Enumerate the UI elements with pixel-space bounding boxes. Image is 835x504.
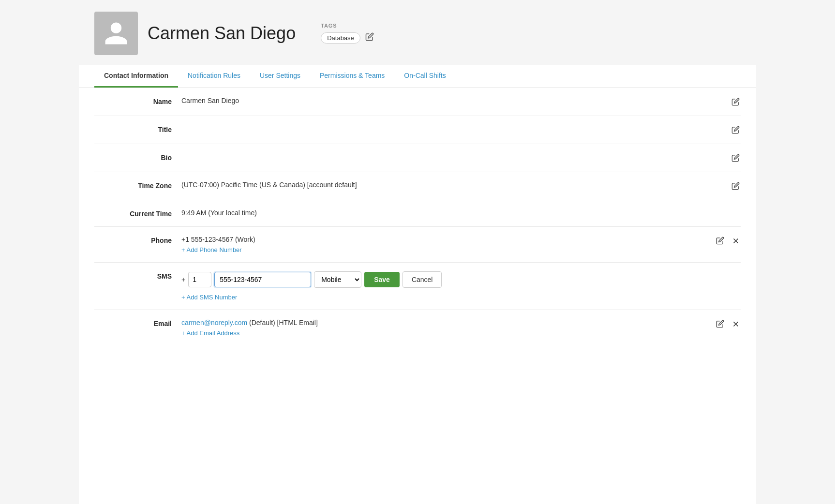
sms-plus-sign: + — [181, 276, 185, 283]
delete-email-icon — [732, 320, 740, 328]
delete-phone-icon — [732, 237, 740, 245]
profile-header: Carmen San Diego TAGS Database — [79, 0, 756, 65]
label-name: Name — [94, 97, 172, 105]
add-sms-link[interactable]: + Add SMS Number — [181, 294, 237, 301]
actions-title — [723, 125, 741, 135]
edit-name-button[interactable] — [731, 97, 741, 107]
field-row-timezone: Time Zone (UTC-07:00) Pacific Time (US &… — [94, 172, 741, 200]
field-row-current-time: Current Time 9:49 AM (Your local time) — [94, 200, 741, 227]
sms-content: + Mobile Home Work Save Cancel + Add SMS… — [172, 271, 741, 301]
tab-permissions-teams[interactable]: Permissions & Teams — [310, 65, 394, 88]
add-email-link[interactable]: + Add Email Address — [181, 329, 239, 337]
sms-form: + Mobile Home Work Save Cancel — [181, 271, 741, 288]
actions-bio — [723, 153, 741, 163]
label-bio: Bio — [94, 153, 172, 162]
label-timezone: Time Zone — [94, 181, 172, 190]
edit-email-button[interactable] — [715, 319, 725, 329]
edit-bio-button[interactable] — [731, 153, 741, 163]
actions-name — [723, 97, 741, 107]
label-email: Email — [94, 319, 172, 327]
actions-email — [707, 319, 741, 329]
label-phone: Phone — [94, 236, 172, 244]
field-row-bio: Bio — [94, 144, 741, 172]
tag-badge-database: Database — [321, 32, 360, 44]
field-row-phone: Phone +1 555-123-4567 (Work) + Add Phone… — [94, 227, 741, 263]
tags-section: TAGS Database — [321, 23, 375, 44]
add-phone-link[interactable]: + Add Phone Number — [181, 246, 242, 253]
label-sms: SMS — [94, 271, 172, 280]
value-name: Carmen San Diego — [172, 97, 723, 104]
field-row-title: Title — [94, 116, 741, 144]
content-area: Name Carmen San Diego Title — [79, 88, 756, 345]
email-address-link[interactable]: carmen@noreply.com — [181, 319, 247, 326]
edit-title-button[interactable] — [731, 125, 741, 135]
actions-timezone — [723, 181, 741, 191]
edit-email-icon — [716, 320, 724, 328]
edit-phone-button[interactable] — [715, 236, 725, 246]
sms-cancel-button[interactable]: Cancel — [403, 271, 442, 288]
delete-phone-button[interactable] — [731, 236, 741, 246]
sms-number-input[interactable] — [214, 272, 311, 287]
value-current-time: 9:49 AM (Your local time) — [172, 209, 741, 217]
edit-tags-icon — [365, 32, 374, 41]
email-description: (Default) [HTML Email] — [249, 319, 318, 326]
tags-row: Database — [321, 31, 375, 44]
label-title: Title — [94, 125, 172, 133]
sms-country-code-input[interactable] — [188, 272, 211, 287]
phone-content: +1 555-123-4567 (Work) + Add Phone Numbe… — [172, 236, 707, 253]
edit-phone-icon — [716, 237, 724, 245]
edit-timezone-icon — [731, 182, 740, 190]
actions-phone — [707, 236, 741, 246]
field-row-email: Email carmen@noreply.com (Default) [HTML… — [94, 310, 741, 345]
phone-number-value: +1 555-123-4567 (Work) — [181, 236, 707, 243]
tabs-bar: Contact Information Notification Rules U… — [79, 65, 756, 88]
profile-name: Carmen San Diego — [148, 23, 296, 44]
email-value-row: carmen@noreply.com (Default) [HTML Email… — [181, 319, 707, 326]
field-row-sms: SMS + Mobile Home Work Save Cancel + Add… — [94, 263, 741, 310]
value-timezone: (UTC-07:00) Pacific Time (US & Canada) [… — [172, 181, 723, 189]
tab-contact-information[interactable]: Contact Information — [94, 65, 178, 88]
tab-user-settings[interactable]: User Settings — [250, 65, 310, 88]
sms-type-select[interactable]: Mobile Home Work — [314, 271, 361, 288]
email-content: carmen@noreply.com (Default) [HTML Email… — [172, 319, 707, 337]
delete-email-button[interactable] — [731, 319, 741, 329]
edit-name-icon — [731, 98, 740, 106]
user-avatar-icon — [103, 20, 130, 47]
tab-on-call-shifts[interactable]: On-Call Shifts — [394, 65, 455, 88]
edit-tags-button[interactable] — [364, 31, 375, 44]
label-current-time: Current Time — [94, 209, 172, 218]
tags-label: TAGS — [321, 23, 375, 29]
edit-timezone-button[interactable] — [731, 181, 741, 191]
sms-save-button[interactable]: Save — [364, 272, 400, 287]
edit-title-icon — [731, 126, 740, 134]
tab-notification-rules[interactable]: Notification Rules — [178, 65, 250, 88]
edit-bio-icon — [731, 154, 740, 162]
field-row-name: Name Carmen San Diego — [94, 88, 741, 116]
avatar — [94, 12, 138, 55]
